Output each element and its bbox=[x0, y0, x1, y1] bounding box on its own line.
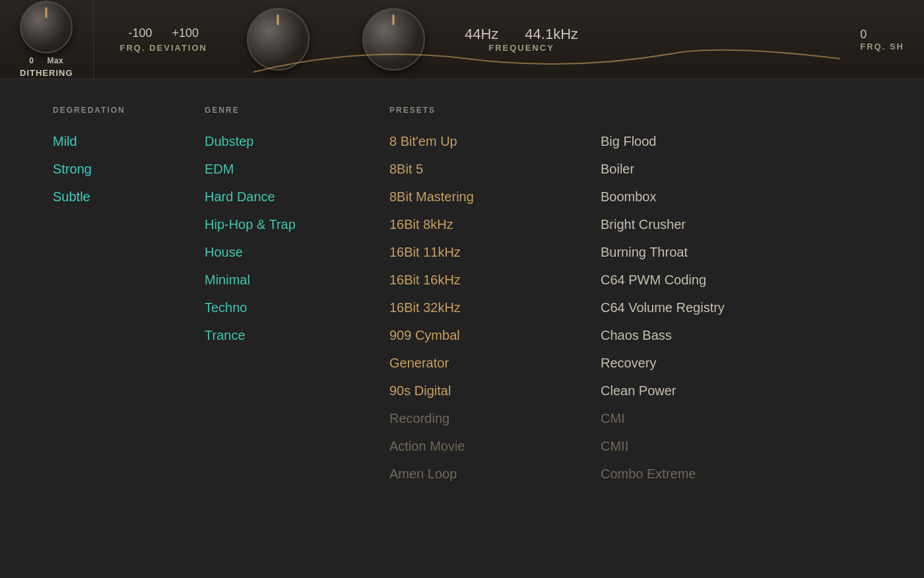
freq-display: -100 +100 FRQ. DEVIATION 44Hz 44.1kHz FR… bbox=[120, 8, 579, 71]
genre-item-trance[interactable]: Trance bbox=[205, 327, 389, 343]
freq-deviation-section: -100 +100 FRQ. DEVIATION 44Hz 44.1kHz FR… bbox=[94, 0, 841, 79]
genre-header: GENRE bbox=[205, 106, 389, 115]
genre-item-house[interactable]: House bbox=[205, 244, 389, 260]
preset-recovery[interactable]: Recovery bbox=[601, 355, 871, 371]
frq-sh-value: 0 bbox=[860, 28, 867, 42]
genre-item-hiphop-trap[interactable]: Hip-Hop & Trap bbox=[205, 216, 389, 232]
degradation-item-subtle[interactable]: Subtle bbox=[53, 189, 205, 205]
freq-knob-right[interactable] bbox=[362, 8, 425, 71]
genre-item-dubstep[interactable]: Dubstep bbox=[205, 133, 389, 149]
dithering-knob[interactable] bbox=[20, 1, 73, 53]
deviation-min: -100 bbox=[128, 26, 152, 40]
dithering-title: DITHERING bbox=[20, 68, 73, 78]
frq-sh-section: 0 FRQ. SH bbox=[840, 28, 924, 51]
genre-item-edm[interactable]: EDM bbox=[205, 161, 389, 177]
preset-c64-pwm-coding[interactable]: C64 PWM Coding bbox=[601, 272, 871, 288]
preset-bright-crusher[interactable]: Bright Crusher bbox=[601, 216, 871, 232]
freq-knob-left[interactable] bbox=[247, 8, 310, 71]
preset-burning-throat[interactable]: Burning Throat bbox=[601, 244, 871, 260]
preset-boombox[interactable]: Boombox bbox=[601, 189, 871, 205]
main-content: DEGREDATION Mild Strong Subtle GENRE Dub… bbox=[0, 79, 924, 578]
dithering-max: Max bbox=[47, 56, 63, 65]
dithering-knob-container: 0 Max DITHERING bbox=[20, 1, 73, 78]
dithering-section: 0 Max DITHERING bbox=[0, 0, 94, 79]
dithering-min: 0 bbox=[29, 56, 34, 65]
dithering-labels: 0 Max bbox=[29, 56, 63, 65]
genre-item-hard-dance[interactable]: Hard Dance bbox=[205, 189, 389, 205]
preset-c64-volume-registry[interactable]: C64 Volume Registry bbox=[601, 300, 871, 315]
degradation-header: DEGREDATION bbox=[53, 106, 205, 115]
preset-8bitem-up[interactable]: 8 Bit'em Up bbox=[389, 133, 601, 149]
deviation-range: -100 +100 bbox=[128, 26, 199, 40]
freq-knobs bbox=[247, 8, 425, 71]
frequency-label: FREQUENCY bbox=[488, 43, 554, 53]
preset-16bit-8khz[interactable]: 16Bit 8kHz bbox=[389, 216, 601, 232]
frq-sh-label: FRQ. SH bbox=[860, 42, 904, 51]
preset-90s-digital[interactable]: 90s Digital bbox=[389, 383, 601, 399]
degradation-column: DEGREDATION Mild Strong Subtle bbox=[53, 106, 205, 552]
degradation-item-mild[interactable]: Mild bbox=[53, 133, 205, 149]
genre-item-techno[interactable]: Techno bbox=[205, 300, 389, 315]
degradation-item-strong[interactable]: Strong bbox=[53, 161, 205, 177]
freq-value-2: 44.1kHz bbox=[525, 26, 578, 43]
deviation-section: -100 +100 FRQ. DEVIATION bbox=[120, 26, 207, 53]
preset-combo-extreme[interactable]: Combo Extreme bbox=[601, 466, 871, 482]
frequency-group: 44Hz 44.1kHz FREQUENCY bbox=[465, 26, 578, 53]
preset-909-cymbal[interactable]: 909 Cymbal bbox=[389, 327, 601, 343]
deviation-label: FRQ. DEVIATION bbox=[120, 43, 207, 53]
preset-big-flood[interactable]: Big Flood bbox=[601, 133, 871, 149]
preset-boiler[interactable]: Boiler bbox=[601, 161, 871, 177]
top-panel: 0 Max DITHERING -100 +100 FRQ. DEVIATION bbox=[0, 0, 924, 79]
genre-column: GENRE Dubstep EDM Hard Dance Hip-Hop & T… bbox=[205, 106, 389, 552]
freq-value-1: 44Hz bbox=[465, 26, 498, 43]
preset-8bit5[interactable]: 8Bit 5 bbox=[389, 161, 601, 177]
freq-values: 44Hz 44.1kHz bbox=[465, 26, 578, 43]
presets-right-column: PRESETS Big Flood Boiler Boombox Bright … bbox=[601, 106, 871, 552]
preset-amen-loop[interactable]: Amen Loop bbox=[389, 466, 601, 482]
preset-16bit-11khz[interactable]: 16Bit 11kHz bbox=[389, 244, 601, 260]
genre-item-minimal[interactable]: Minimal bbox=[205, 272, 389, 288]
preset-recording[interactable]: Recording bbox=[389, 410, 601, 426]
preset-clean-power[interactable]: Clean Power bbox=[601, 383, 871, 399]
preset-cmi[interactable]: CMI bbox=[601, 410, 871, 426]
deviation-max: +100 bbox=[172, 26, 199, 40]
presets-header: PRESETS bbox=[389, 106, 601, 115]
preset-16bit-32khz[interactable]: 16Bit 32kHz bbox=[389, 300, 601, 315]
preset-cmii[interactable]: CMII bbox=[601, 438, 871, 454]
preset-generator[interactable]: Generator bbox=[389, 355, 601, 371]
preset-16bit-16khz[interactable]: 16Bit 16kHz bbox=[389, 272, 601, 288]
preset-action-movie[interactable]: Action Movie bbox=[389, 438, 601, 454]
preset-8bit-mastering[interactable]: 8Bit Mastering bbox=[389, 189, 601, 205]
presets-left-column: PRESETS 8 Bit'em Up 8Bit 5 8Bit Masterin… bbox=[389, 106, 601, 552]
preset-chaos-bass[interactable]: Chaos Bass bbox=[601, 327, 871, 343]
